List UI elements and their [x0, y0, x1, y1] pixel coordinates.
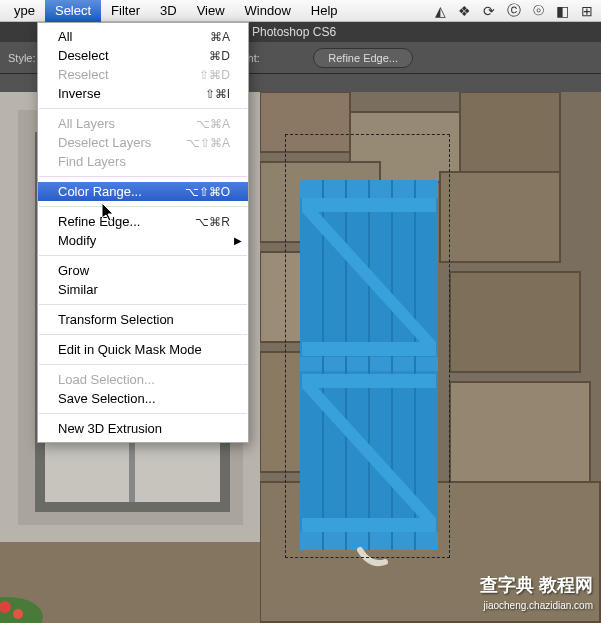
menubar-item-type[interactable]: ype	[4, 0, 45, 22]
select-menu-dropdown: All ⌘A Deselect ⌘D Reselect ⇧⌘D Inverse …	[37, 22, 249, 443]
menu-item-reselect: Reselect ⇧⌘D	[38, 65, 248, 84]
svg-rect-7	[450, 272, 580, 372]
menu-separator	[39, 364, 247, 365]
watermark-sub: jiaocheng.chazidian.com	[483, 600, 593, 611]
menu-separator	[39, 108, 247, 109]
height-label: ht:	[248, 52, 260, 64]
svg-rect-5	[440, 172, 560, 262]
menu-label: Find Layers	[58, 154, 126, 169]
menubar-item-select[interactable]: Select	[45, 0, 101, 22]
menu-item-deselect[interactable]: Deselect ⌘D	[38, 46, 248, 65]
svg-marker-36	[302, 518, 436, 532]
menu-label: Refine Edge...	[58, 214, 140, 229]
menubar-item-filter[interactable]: Filter	[101, 0, 150, 22]
menu-shortcut: ⌘A	[210, 30, 230, 44]
menu-separator	[39, 334, 247, 335]
menu-separator	[39, 206, 247, 207]
menu-item-inverse[interactable]: Inverse ⇧⌘I	[38, 84, 248, 103]
dropbox-icon[interactable]: ❖	[458, 3, 471, 19]
app-title: Photoshop CS6	[252, 25, 336, 39]
menubar-status-icons: ◭ ❖ ⟳ ⓒ ⦾ ◧ ⊞	[435, 2, 601, 20]
submenu-arrow-icon: ▶	[234, 235, 242, 246]
menu-item-similar[interactable]: Similar	[38, 280, 248, 299]
menu-separator	[39, 255, 247, 256]
menu-label: Load Selection...	[58, 372, 155, 387]
adobe-icon[interactable]: ◧	[556, 3, 569, 19]
svg-marker-35	[302, 374, 436, 388]
menu-label: Save Selection...	[58, 391, 156, 406]
menu-shortcut: ⌥⌘A	[196, 117, 230, 131]
menu-item-transform-selection[interactable]: Transform Selection	[38, 310, 248, 329]
svg-marker-33	[302, 342, 436, 356]
menu-label: All Layers	[58, 116, 115, 131]
menu-item-save-selection[interactable]: Save Selection...	[38, 389, 248, 408]
menu-label: Grow	[58, 263, 89, 278]
menu-item-edit-quick-mask[interactable]: Edit in Quick Mask Mode	[38, 340, 248, 359]
menu-label: Inverse	[58, 86, 101, 101]
menu-label: Color Range...	[58, 184, 142, 199]
menu-label: Deselect	[58, 48, 109, 63]
menu-label: Similar	[58, 282, 98, 297]
menu-label: New 3D Extrusion	[58, 421, 162, 436]
menubar-item-window[interactable]: Window	[235, 0, 301, 22]
menu-item-grow[interactable]: Grow	[38, 261, 248, 280]
sync-icon[interactable]: ⟳	[483, 3, 495, 19]
menu-shortcut: ⌥⌘R	[195, 215, 230, 229]
svg-rect-3	[460, 92, 560, 172]
menu-label: Edit in Quick Mask Mode	[58, 342, 202, 357]
menu-separator	[39, 304, 247, 305]
svg-point-22	[13, 609, 23, 619]
svg-rect-9	[450, 382, 590, 492]
menu-item-modify[interactable]: Modify ▶	[38, 231, 248, 250]
menu-shortcut: ⇧⌘D	[199, 68, 230, 82]
menu-item-all[interactable]: All ⌘A	[38, 27, 248, 46]
watermark-main: 查字典 教程网	[480, 573, 593, 597]
menu-item-new-3d-extrusion[interactable]: New 3D Extrusion	[38, 419, 248, 438]
drive-icon[interactable]: ◭	[435, 3, 446, 19]
menu-label: Transform Selection	[58, 312, 174, 327]
menu-separator	[39, 413, 247, 414]
menu-label: All	[58, 29, 72, 44]
menu-item-deselect-layers: Deselect Layers ⌥⇧⌘A	[38, 133, 248, 152]
menu-label: Modify	[58, 233, 96, 248]
style-label: Style:	[8, 52, 36, 64]
menu-shortcut: ⌥⇧⌘A	[186, 136, 230, 150]
menu-item-color-range[interactable]: Color Range... ⌥⇧⌘O	[38, 182, 248, 201]
creative-icon[interactable]: ⦾	[533, 2, 544, 19]
settings-icon[interactable]: ⊞	[581, 3, 593, 19]
menu-item-all-layers: All Layers ⌥⌘A	[38, 114, 248, 133]
menubar-item-3d[interactable]: 3D	[150, 0, 187, 22]
menu-label: Deselect Layers	[58, 135, 151, 150]
mac-menubar: ype Select Filter 3D View Window Help ◭ …	[0, 0, 601, 22]
menu-label: Reselect	[58, 67, 109, 82]
svg-marker-32	[302, 198, 436, 212]
refine-edge-button[interactable]: Refine Edge...	[313, 48, 413, 68]
menu-item-load-selection: Load Selection...	[38, 370, 248, 389]
menu-shortcut: ⌥⇧⌘O	[185, 185, 230, 199]
menu-item-refine-edge[interactable]: Refine Edge... ⌥⌘R	[38, 212, 248, 231]
svg-rect-1	[260, 92, 350, 152]
cloud-icon[interactable]: ⓒ	[507, 2, 521, 20]
menu-item-find-layers: Find Layers	[38, 152, 248, 171]
menu-separator	[39, 176, 247, 177]
menu-shortcut: ⌘D	[209, 49, 230, 63]
menu-shortcut: ⇧⌘I	[205, 87, 230, 101]
menubar-item-view[interactable]: View	[187, 0, 235, 22]
menubar-item-help[interactable]: Help	[301, 0, 348, 22]
